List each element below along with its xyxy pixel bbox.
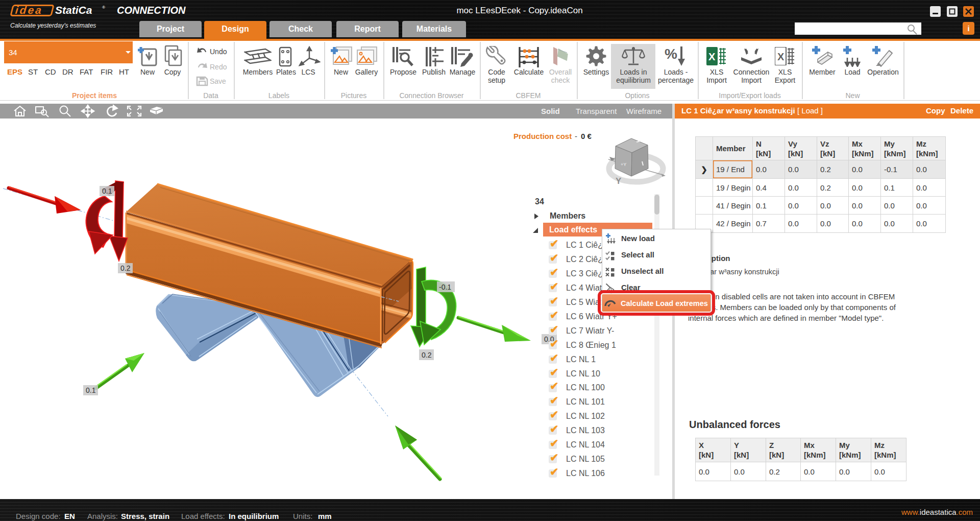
svg-text:0 €: 0 € <box>581 132 592 140</box>
svg-text:X: X <box>777 51 785 62</box>
svg-text:+Y: +Y <box>621 162 626 167</box>
svg-text:Y: Y <box>616 176 622 186</box>
svg-text:0.2: 0.2 <box>422 351 432 359</box>
svg-text:0.2: 0.2 <box>120 264 131 272</box>
svg-text:-0.1: -0.1 <box>439 283 451 291</box>
svg-text:-: - <box>575 132 577 140</box>
svg-text:%: % <box>665 46 677 62</box>
svg-text:X: X <box>708 51 716 62</box>
svg-text:0.1: 0.1 <box>102 187 112 195</box>
svg-text:0.1: 0.1 <box>86 386 96 394</box>
svg-text:Production cost: Production cost <box>513 132 572 140</box>
